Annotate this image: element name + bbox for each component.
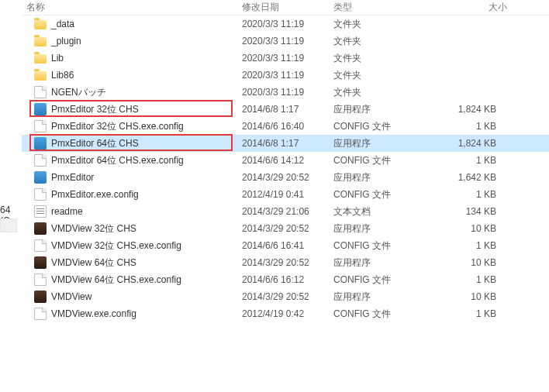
nav-tree-strip: 64 (C: [0, 0, 22, 392]
file-type-cell: 应用程序: [329, 222, 426, 236]
file-type-cell: CONFIG 文件: [329, 239, 426, 253]
file-type-cell: 应用程序: [329, 256, 426, 270]
file-size-cell: 1 KB: [426, 121, 512, 132]
file-name-cell[interactable]: VMDView: [22, 291, 237, 303]
file-date-cell: 2014/6/6 16:41: [237, 240, 329, 251]
file-row[interactable]: VMDView 32位 CHS2014/3/29 20:52应用程序10 KB: [22, 220, 549, 237]
file-name-label: PmxEditor 64位 CHS.exe.config: [51, 154, 184, 167]
file-name-label: _data: [51, 19, 74, 29]
file-name-cell[interactable]: PmxEditor: [22, 171, 237, 184]
file-size-cell: 134 KB: [426, 206, 512, 217]
file-date-cell: 2020/3/3 11:19: [237, 87, 329, 98]
file-name-cell[interactable]: NGENバッチ: [22, 86, 237, 99]
file-type-cell: CONFIG 文件: [329, 308, 426, 321]
file-name-cell[interactable]: VMDView 32位 CHS: [22, 222, 237, 236]
file-date-cell: 2014/3/29 20:52: [237, 291, 329, 302]
file-type-cell: 应用程序: [329, 137, 426, 150]
file-name-cell[interactable]: PmxEditor 64位 CHS.exe.config: [22, 154, 237, 167]
file-row[interactable]: PmxEditor.exe.config2012/4/19 0:41CONFIG…: [22, 186, 549, 203]
file-size-cell: 10 KB: [426, 291, 512, 302]
file-size-cell: 10 KB: [426, 223, 512, 234]
file-size-cell: 1 KB: [426, 155, 512, 166]
file-date-cell: 2014/6/6 14:12: [237, 155, 329, 166]
header-date[interactable]: 修改日期: [237, 1, 329, 14]
header-size[interactable]: 大小: [426, 1, 512, 14]
folder-icon: [34, 54, 47, 64]
file-row[interactable]: _data2020/3/3 11:19文件夹: [22, 15, 549, 33]
file-type-cell: 文件夹: [329, 35, 426, 48]
file-name-cell[interactable]: readme: [22, 205, 237, 218]
file-name-label: _plugin: [51, 36, 81, 46]
application-icon: [34, 222, 47, 235]
file-name-cell[interactable]: _plugin: [22, 36, 237, 46]
file-row[interactable]: VMDView 32位 CHS.exe.config2014/6/6 16:41…: [22, 237, 549, 254]
header-name[interactable]: 名称: [22, 1, 237, 14]
file-type-cell: CONFIG 文件: [329, 154, 426, 167]
file-row[interactable]: PmxEditor2014/3/29 20:52应用程序1,642 KB: [22, 169, 549, 186]
column-header: 名称 修改日期 类型 大小: [22, 0, 549, 15]
file-row[interactable]: VMDView2014/3/29 20:52应用程序10 KB: [22, 288, 549, 305]
file-name-cell[interactable]: PmxEditor.exe.config: [22, 188, 237, 201]
file-name-label: PmxEditor: [51, 172, 94, 183]
file-name-label: VMDView 64位 CHS: [51, 256, 136, 270]
file-name-cell[interactable]: VMDView 32位 CHS.exe.config: [22, 239, 237, 253]
file-date-cell: 2014/3/29 20:52: [237, 223, 329, 234]
folder-icon: [34, 71, 47, 81]
config-file-icon: [34, 188, 47, 201]
file-row[interactable]: VMDView 64位 CHS2014/3/29 20:52应用程序10 KB: [22, 254, 549, 271]
file-size-cell: 1,824 KB: [426, 138, 512, 149]
application-icon: [34, 291, 47, 303]
file-date-cell: 2014/3/29 20:52: [237, 172, 329, 183]
file-type-cell: CONFIG 文件: [329, 188, 426, 201]
file-name-cell[interactable]: PmxEditor 32位 CHS: [22, 103, 237, 116]
file-row[interactable]: VMDView 64位 CHS.exe.config2014/6/6 16:12…: [22, 271, 549, 288]
file-name-cell[interactable]: Lib: [22, 53, 237, 64]
file-size-cell: 1,642 KB: [426, 172, 512, 183]
file-type-cell: 文件夹: [329, 86, 426, 99]
file-name-cell[interactable]: VMDView 64位 CHS: [22, 256, 237, 270]
file-type-cell: 文件夹: [329, 18, 426, 31]
file-name-label: PmxEditor.exe.config: [51, 189, 139, 200]
file-name-cell[interactable]: VMDView 64位 CHS.exe.config: [22, 273, 237, 287]
file-date-cell: 2014/6/8 1:17: [237, 104, 329, 115]
file-type-cell: 应用程序: [329, 103, 426, 116]
file-date-cell: 2012/4/19 0:41: [237, 189, 329, 200]
file-name-cell[interactable]: PmxEditor 64位 CHS: [22, 137, 237, 150]
file-row[interactable]: PmxEditor 64位 CHS2014/6/8 1:17应用程序1,824 …: [22, 135, 549, 152]
file-name-cell[interactable]: _data: [22, 19, 237, 29]
file-type-cell: 文件夹: [329, 69, 426, 82]
file-type-cell: 文件夹: [329, 52, 426, 65]
file-row[interactable]: Lib862020/3/3 11:19文件夹: [22, 67, 549, 84]
file-name-cell[interactable]: PmxEditor 32位 CHS.exe.config: [22, 120, 237, 133]
config-file-icon: [34, 308, 47, 320]
file-name-label: VMDView: [51, 291, 92, 302]
file-row[interactable]: PmxEditor 32位 CHS.exe.config2014/6/6 16:…: [22, 118, 549, 135]
file-size-cell: 1 KB: [426, 308, 512, 319]
folder-icon: [34, 20, 47, 29]
file-date-cell: 2014/6/6 16:12: [237, 274, 329, 285]
file-type-cell: CONFIG 文件: [329, 273, 426, 287]
config-file-icon: [34, 120, 47, 132]
file-row[interactable]: VMDView.exe.config2012/4/19 0:42CONFIG 文…: [22, 305, 549, 322]
file-name-label: VMDView.exe.config: [51, 308, 136, 319]
file-row[interactable]: _plugin2020/3/3 11:19文件夹: [22, 33, 549, 50]
nav-tree-item[interactable]: [0, 218, 17, 232]
file-name-label: PmxEditor 32位 CHS.exe.config: [51, 120, 184, 133]
config-file-icon: [34, 86, 47, 98]
file-row[interactable]: Lib2020/3/3 11:19文件夹: [22, 50, 549, 67]
file-row[interactable]: NGENバッチ2020/3/3 11:19文件夹: [22, 84, 549, 101]
file-date-cell: 2014/3/29 21:06: [237, 206, 329, 217]
file-size-cell: 1 KB: [426, 189, 512, 200]
file-size-cell: 1,824 KB: [426, 104, 512, 115]
file-row[interactable]: readme2014/3/29 21:06文本文档134 KB: [22, 203, 549, 220]
config-file-icon: [34, 239, 47, 252]
header-type[interactable]: 类型: [329, 1, 426, 14]
folder-icon: [34, 37, 47, 46]
file-name-cell[interactable]: VMDView.exe.config: [22, 308, 237, 320]
file-row[interactable]: PmxEditor 32位 CHS2014/6/8 1:17应用程序1,824 …: [22, 101, 549, 118]
file-name-label: PmxEditor 32位 CHS: [51, 103, 139, 116]
file-name-cell[interactable]: Lib86: [22, 70, 237, 81]
file-row[interactable]: PmxEditor 64位 CHS.exe.config2014/6/6 14:…: [22, 152, 549, 169]
application-icon: [34, 171, 47, 184]
file-date-cell: 2020/3/3 11:19: [237, 53, 329, 64]
